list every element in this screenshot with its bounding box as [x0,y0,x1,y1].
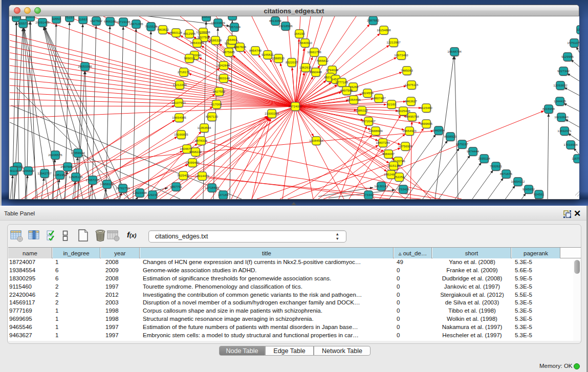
svg-text:10756928: 10756928 [398,144,412,148]
svg-text:2718176: 2718176 [178,70,190,74]
svg-text:11123: 11123 [577,28,579,31]
svg-text:10719155: 10719155 [116,20,130,24]
svg-text:9463627: 9463627 [405,99,418,103]
svg-text:39119: 39119 [10,169,18,172]
svg-text:8322037: 8322037 [286,60,298,64]
svg-text:11663: 11663 [79,17,88,21]
svg-text:1440954: 1440954 [432,128,445,132]
svg-text:17957225: 17957225 [85,178,100,182]
svg-text:18495758: 18495758 [405,115,419,118]
svg-text:9115460: 9115460 [420,106,432,110]
svg-text:8813054: 8813054 [269,19,282,23]
svg-text:8912954: 8912954 [183,32,196,35]
svg-text:1167531: 1167531 [572,157,579,160]
svg-text:9129966: 9129966 [561,55,574,58]
svg-text:15751074: 15751074 [567,41,579,45]
svg-text:617004: 617004 [211,102,222,106]
svg-text:1244415: 1244415 [554,99,567,103]
svg-text:8186328: 8186328 [209,38,222,42]
svg-text:14914479: 14914479 [195,174,209,178]
svg-text:13692971: 13692971 [557,129,572,133]
svg-text:10025438: 10025438 [396,109,410,113]
svg-text:2087682: 2087682 [367,18,380,22]
svg-text:14055724: 14055724 [16,21,30,25]
svg-text:7515526: 7515526 [145,25,158,28]
svg-text:23300203: 23300203 [265,112,279,115]
svg-text:7625402: 7625402 [177,173,190,177]
svg-text:19384554: 19384554 [309,139,323,142]
svg-text:9327505: 9327505 [198,35,210,39]
svg-text:12505135: 12505135 [69,175,83,179]
svg-text:1588520: 1588520 [272,56,285,60]
svg-text:11353594: 11353594 [197,126,211,129]
svg-text:62160: 62160 [387,102,396,106]
svg-text:12213967: 12213967 [386,40,401,44]
svg-text:6679197: 6679197 [456,142,469,146]
svg-text:14099489: 14099489 [185,161,200,164]
svg-text:17016504: 17016504 [563,143,578,146]
svg-text:16893: 16893 [202,16,211,18]
svg-text:16648784: 16648784 [447,50,462,53]
svg-text:8454749: 8454749 [249,49,262,52]
svg-text:5498222: 5498222 [189,150,202,154]
svg-text:29975867: 29975867 [60,165,75,168]
svg-text:20206576: 20206576 [48,153,62,157]
svg-text:8215958: 8215958 [542,107,555,111]
svg-text:9777169: 9777169 [336,80,349,84]
svg-text:15720407: 15720407 [361,119,376,123]
svg-text:28053346: 28053346 [78,64,92,68]
svg-text:20091406: 20091406 [35,20,50,24]
svg-text:164193: 164193 [294,32,305,35]
svg-text:7632621: 7632621 [490,164,503,168]
svg-text:16033809: 16033809 [211,21,225,25]
svg-text:13718485: 13718485 [205,186,219,189]
svg-text:8427552: 8427552 [213,90,226,93]
svg-text:12975115: 12975115 [404,83,419,86]
svg-text:8990448: 8990448 [310,70,322,74]
svg-text:8938923: 8938923 [444,135,457,138]
svg-text:6466160: 6466160 [104,19,117,23]
svg-text:9084067: 9084067 [382,152,395,156]
svg-text:16671355: 16671355 [129,22,143,26]
svg-text:75157: 75157 [65,16,74,19]
svg-text:7386322: 7386322 [356,108,368,112]
svg-text:10654112: 10654112 [511,180,525,183]
svg-text:8878334: 8878334 [195,139,208,142]
svg-text:9474444: 9474444 [467,149,480,153]
svg-text:12923448: 12923448 [133,191,147,194]
svg-text:10807487: 10807487 [372,96,386,100]
svg-text:10961758: 10961758 [307,50,321,54]
svg-text:1733426: 1733426 [397,187,410,191]
svg-text:9227342: 9227342 [557,69,570,73]
svg-text:12942757: 12942757 [37,171,52,175]
svg-text:10688609: 10688609 [368,129,383,133]
svg-text:7663822: 7663822 [157,28,169,31]
svg-text:10553: 10553 [52,17,61,20]
svg-text:173342: 173342 [363,193,374,196]
svg-text:12213369: 12213369 [172,83,187,86]
svg-text:10958107: 10958107 [100,182,114,186]
svg-text:137184: 137184 [218,193,229,196]
svg-text:129234: 129234 [147,193,158,196]
svg-text:18807249: 18807249 [376,141,390,144]
svg-text:20913: 20913 [26,16,35,18]
svg-text:16603: 16603 [12,16,21,19]
svg-text:8267130: 8267130 [206,115,219,118]
svg-text:1156829: 1156829 [22,169,34,172]
svg-text:1615132: 1615132 [387,164,400,167]
svg-text:15640910: 15640910 [298,41,312,45]
svg-text:20364456: 20364456 [346,98,361,101]
svg-text:19166825: 19166825 [174,133,188,136]
svg-text:9657791: 9657791 [170,185,183,188]
svg-text:3875685: 3875685 [223,50,235,54]
svg-text:16782759: 16782759 [116,186,130,190]
svg-text:12093832: 12093832 [553,83,568,87]
svg-text:924561: 924561 [534,192,545,196]
svg-text:17359924: 17359924 [71,151,85,155]
svg-text:2867608: 2867608 [234,45,247,49]
svg-text:16107553: 16107553 [171,101,186,104]
svg-text:8471676: 8471676 [500,172,513,176]
svg-text:14130141: 14130141 [374,184,388,188]
svg-text:9245652: 9245652 [522,187,535,191]
svg-text:9146821: 9146821 [262,53,274,56]
